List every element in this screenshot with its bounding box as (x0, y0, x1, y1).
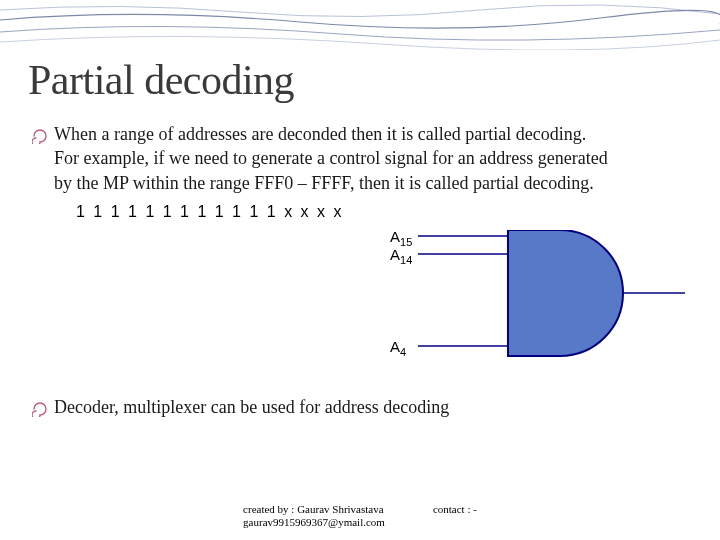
gate-input-label-a15: A15 (390, 228, 412, 248)
and-gate-diagram: A15 A14 A4 (390, 230, 690, 370)
bullet-item-2: Decoder, multiplexer can be used for add… (32, 395, 692, 421)
footer-credits: created by : Gaurav Shrivastava gaurav99… (243, 503, 385, 531)
footer-email: gaurav9915969367@ymail.com (243, 516, 385, 530)
and-gate-svg (390, 230, 690, 370)
swirl-bullet-icon (32, 401, 48, 421)
bullet-text-2: Decoder, multiplexer can be used for add… (54, 395, 449, 419)
footer-contact: contact : - (433, 503, 477, 531)
slide-footer: created by : Gaurav Shrivastava gaurav99… (0, 503, 720, 531)
slide-title: Partial decoding (28, 56, 692, 104)
slide-content: Partial decoding When a range of address… (0, 0, 720, 540)
gate-input-label-a14: A14 (390, 246, 412, 266)
bullet-text-1: When a range of addresses are deconded t… (54, 122, 614, 195)
gate-input-label-a4: A4 (390, 338, 406, 358)
bullet-item-1: When a range of addresses are deconded t… (32, 122, 692, 195)
footer-created-by: created by : Gaurav Shrivastava (243, 503, 385, 517)
swirl-bullet-icon (32, 128, 48, 148)
bit-pattern: 1 1 1 1 1 1 1 1 1 1 1 1 x x x x (76, 203, 692, 221)
